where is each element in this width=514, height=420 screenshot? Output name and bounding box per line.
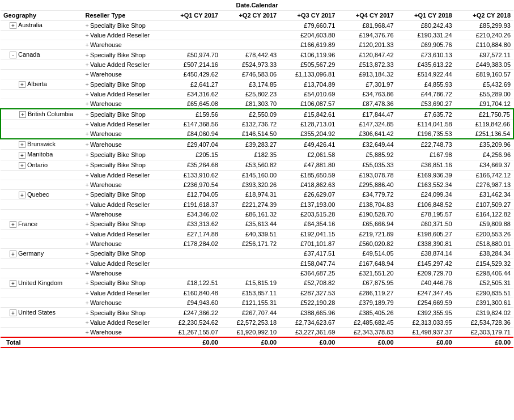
q1-value: £12,704.05 [163, 189, 221, 200]
q3-value: £106,087.57 [279, 99, 338, 109]
reseller-expand-icon[interactable]: + [86, 211, 89, 218]
reseller-expand-icon[interactable]: + [86, 260, 89, 267]
reseller-type-cell: +Specialty Bike Shop [83, 79, 163, 90]
q1-value [163, 20, 221, 31]
reseller-expand-icon[interactable]: + [86, 162, 89, 168]
expand-collapse-button[interactable]: - [10, 52, 16, 58]
reseller-expand-icon[interactable]: + [86, 61, 89, 68]
geography-cell [1, 200, 83, 209]
reseller-expand-icon[interactable]: + [86, 299, 89, 306]
reseller-expand-icon[interactable]: + [86, 231, 89, 237]
table-row: +Australia+Specialty Bike Shop£79,660.71… [1, 20, 513, 31]
reseller-expand-icon[interactable]: + [86, 121, 89, 128]
reseller-type-cell: +Warehouse [83, 40, 163, 50]
expand-collapse-button[interactable]: + [19, 192, 26, 198]
q2-value [221, 248, 279, 258]
reseller-type-cell: +Specialty Bike Shop [83, 278, 163, 288]
geography-cell [1, 298, 83, 308]
reseller-expand-icon[interactable]: + [86, 100, 89, 107]
q4-value: £65,666.94 [338, 219, 396, 229]
geography-cell [1, 90, 83, 99]
reseller-expand-icon[interactable]: + [86, 279, 89, 286]
reseller-expand-icon[interactable]: + [86, 32, 89, 39]
reseller-expand-icon[interactable]: + [86, 250, 89, 257]
reseller-expand-icon[interactable]: + [86, 290, 89, 296]
q1-18-value: £190,331.24 [397, 31, 455, 40]
table-row: +Value Added Reseller£2,230,524.62£2,572… [1, 318, 513, 328]
reseller-expand-icon[interactable]: + [86, 52, 89, 58]
reseller-expand-icon[interactable]: + [86, 81, 89, 88]
expand-collapse-button[interactable]: + [10, 221, 16, 228]
reseller-expand-icon[interactable]: + [86, 191, 89, 198]
reseller-expand-icon[interactable]: + [86, 91, 89, 97]
table-row: +United Kingdom+Specialty Bike Shop£18,1… [1, 278, 513, 288]
reseller-expand-icon[interactable]: + [86, 111, 89, 118]
reseller-expand-icon[interactable]: + [86, 41, 89, 48]
q1-value [163, 31, 221, 40]
reseller-type-label: Specialty Bike Shop [90, 191, 146, 198]
q1-value [163, 258, 221, 268]
reseller-expand-icon[interactable]: + [86, 309, 89, 316]
reseller-expand-icon[interactable]: + [86, 270, 89, 277]
reseller-type-cell: +Warehouse [83, 268, 163, 278]
reseller-type-label: Warehouse [90, 130, 122, 137]
q2-18-value: £55,289.00 [455, 90, 513, 99]
geography-cell: +United States [1, 308, 83, 318]
geography-cell: +France [1, 219, 83, 229]
reseller-expand-icon[interactable]: + [86, 71, 89, 78]
q4-value: £120,201.33 [338, 40, 396, 50]
q1-18-value: £60,371.50 [397, 219, 455, 229]
reseller-type-label: Warehouse [90, 299, 122, 306]
table-row: +Value Added Reseller£34,316.62£25,802.2… [1, 90, 513, 99]
q1-18-value: £80,242.43 [397, 20, 455, 31]
q2-18-value: £52,505.31 [455, 278, 513, 288]
q3-value: £287,327.53 [279, 289, 338, 298]
q2-18-value: £21,750.75 [455, 109, 513, 120]
expand-collapse-button[interactable]: + [19, 81, 26, 88]
q2-value: £53,560.82 [221, 160, 279, 170]
q1-18-value: £163,552.34 [397, 180, 455, 189]
reseller-expand-icon[interactable]: + [86, 220, 89, 227]
total-row: Total £0.00 £0.00 £0.00 £0.00 £0.00 £0.0… [1, 337, 513, 347]
q3-value: £37,417.51 [279, 248, 338, 258]
reseller-type-cell: +Value Added Reseller [83, 170, 163, 180]
q4-value: £190,528.70 [338, 209, 396, 219]
q3-value: £49,426.41 [279, 139, 338, 150]
total-label: Total [1, 337, 163, 347]
geography-cell: +Brunswick [1, 139, 83, 150]
reseller-type-label: Warehouse [90, 141, 122, 148]
q2-18-value: £38,284.34 [455, 248, 513, 258]
expand-collapse-button[interactable]: + [19, 111, 26, 118]
expand-collapse-button[interactable]: + [10, 251, 16, 257]
reseller-expand-icon[interactable]: + [86, 141, 89, 148]
q1-18-value: £69,905.76 [397, 40, 455, 50]
expand-collapse-button[interactable]: + [10, 22, 16, 29]
reseller-expand-icon[interactable]: + [86, 240, 89, 247]
reseller-type-cell: +Value Added Reseller [83, 200, 163, 209]
reseller-expand-icon[interactable]: + [86, 201, 89, 208]
expand-collapse-button[interactable]: + [19, 162, 26, 169]
expand-collapse-button[interactable]: + [19, 152, 26, 159]
q1-value: £29,407.04 [163, 139, 221, 150]
q2-18-value: £290,835.51 [455, 289, 513, 298]
reseller-expand-icon[interactable]: + [86, 22, 89, 29]
geography-label: United States [18, 309, 56, 316]
q2-value: £121,155.31 [221, 298, 279, 308]
reseller-expand-icon[interactable]: + [86, 130, 89, 137]
reseller-expand-icon[interactable]: + [86, 151, 89, 158]
expand-collapse-button[interactable]: + [10, 280, 16, 287]
reseller-expand-icon[interactable]: + [86, 172, 89, 179]
q4-value: £17,844.47 [338, 109, 396, 120]
reseller-expand-icon[interactable]: + [86, 319, 89, 326]
reseller-expand-icon[interactable]: + [86, 329, 89, 336]
q3-value: £192,041.15 [279, 229, 338, 239]
expand-collapse-button[interactable]: + [10, 309, 16, 316]
reseller-expand-icon[interactable]: + [86, 181, 89, 188]
q1-18-value: £167.98 [397, 150, 455, 160]
expand-collapse-button[interactable]: + [19, 141, 26, 148]
q2-value: £35,613.44 [221, 219, 279, 229]
q4-value: £81,968.47 [338, 20, 396, 31]
geography-label: Germany [18, 250, 44, 257]
q2-18-value: £2,303,179.71 [455, 328, 513, 338]
q3-value: £166,619.89 [279, 40, 338, 50]
